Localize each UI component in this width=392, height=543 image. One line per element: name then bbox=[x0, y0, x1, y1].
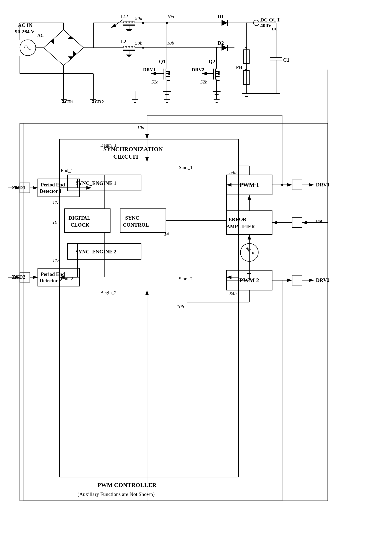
label-10b-top: 10b bbox=[167, 40, 174, 46]
label-54b: 54b bbox=[230, 291, 237, 296]
svg-text:D1: D1 bbox=[218, 14, 224, 19]
label-DRV2-output: DRV2 bbox=[316, 277, 329, 283]
label-FB-top: FB bbox=[236, 65, 242, 70]
drv2-output-box bbox=[292, 275, 302, 285]
svg-marker-54 bbox=[222, 20, 228, 26]
label-digital-clock-2: CLOCK bbox=[71, 222, 90, 228]
label-dc-out: DC OUT bbox=[260, 17, 280, 23]
label-error-amp-1: ERROR bbox=[229, 217, 246, 222]
label-vref-sub: REF bbox=[252, 251, 258, 255]
label-DRV2-top: DRV2 bbox=[192, 67, 204, 72]
fb-input-box bbox=[292, 218, 302, 228]
mosfet-Q1: Q1 bbox=[157, 48, 171, 95]
label-begin-2: Begin_2 bbox=[100, 290, 117, 295]
diode-D2: D2 bbox=[217, 40, 235, 51]
label-error-amp-2: AMPLIFIER bbox=[226, 224, 255, 229]
label-ZCD2-bottom: ZCD2 bbox=[12, 274, 25, 280]
label-50b: 50b bbox=[135, 40, 142, 46]
svg-text:Q2: Q2 bbox=[209, 59, 215, 64]
svg-marker-59 bbox=[222, 45, 228, 51]
pwm-controller-box bbox=[20, 123, 328, 501]
svg-text:D2: D2 bbox=[218, 40, 224, 46]
label-digital-clock-1: DIGITAL bbox=[68, 215, 91, 221]
svg-text:L2: L2 bbox=[120, 39, 126, 45]
label-ZCD1-bottom: ZCD1 bbox=[12, 185, 25, 190]
label-14: 14 bbox=[164, 231, 169, 237]
svg-point-116 bbox=[216, 47, 218, 49]
label-dc-voltage: 400V bbox=[260, 23, 272, 28]
label-pwm-controller-sub: (Auxiliary Functions are Not Shown) bbox=[78, 491, 155, 497]
svg-text:Q1: Q1 bbox=[159, 59, 166, 64]
label-ped2-line2: Detector 2 bbox=[40, 278, 62, 283]
svg-marker-12 bbox=[68, 57, 73, 59]
label-start-1: Start_1 bbox=[179, 165, 192, 170]
svg-point-69 bbox=[245, 68, 247, 71]
label-vac: AC bbox=[37, 33, 44, 38]
label-10b-bottom: 10b bbox=[177, 304, 184, 309]
label-FB-bottom: FB bbox=[316, 219, 322, 224]
label-start-2: Start_2 bbox=[179, 276, 192, 281]
label-C1: C1 bbox=[283, 57, 290, 63]
label-ped2-line1: Period End bbox=[41, 272, 65, 277]
svg-marker-15 bbox=[73, 51, 76, 57]
svg-marker-107 bbox=[216, 72, 219, 75]
label-16: 16 bbox=[52, 219, 57, 225]
svg-marker-91 bbox=[166, 72, 170, 75]
label-begin-1: Begin_1 bbox=[100, 142, 117, 148]
label-end-1: End_1 bbox=[61, 168, 73, 173]
label-ped1-line1: Period End bbox=[41, 182, 65, 187]
label-ZCD1-top: ZCD1 bbox=[62, 99, 74, 104]
label-sync-engine-1: SYNC_ENGINE 1 bbox=[75, 180, 117, 186]
label-sync-control-2: CONTROL bbox=[123, 222, 149, 228]
label-pwm-controller: PWM CONTROLLER bbox=[97, 481, 157, 488]
label-DRV1-top: DRV1 bbox=[143, 67, 156, 72]
svg-marker-4 bbox=[44, 30, 84, 66]
label-10a-top: 10a bbox=[167, 14, 174, 19]
drv1-output-box bbox=[292, 180, 302, 190]
svg-text:L1: L1 bbox=[120, 14, 126, 19]
label-sync-circuit-2: CIRCUIT bbox=[113, 153, 139, 160]
label-50a: 50a bbox=[135, 16, 142, 21]
svg-marker-6 bbox=[68, 36, 73, 39]
mosfet-Q2: Q2 bbox=[207, 48, 221, 95]
svg-line-3 bbox=[111, 19, 123, 28]
label-12a: 12a bbox=[52, 200, 60, 205]
label-52a: 52a bbox=[151, 79, 159, 85]
label-ZCD2-top: ZCD2 bbox=[91, 99, 104, 104]
label-54a: 54a bbox=[230, 170, 237, 175]
label-sync-engine-2: SYNC_ENGINE 2 bbox=[75, 249, 117, 255]
label-sync-control-1: SYNC bbox=[125, 215, 139, 221]
error-amplifier-box bbox=[226, 211, 272, 235]
svg-point-114 bbox=[166, 22, 168, 24]
label-vdc: DC bbox=[272, 27, 278, 31]
svg-marker-9 bbox=[51, 39, 54, 44]
label-ac-voltage: 90-264 V bbox=[15, 29, 34, 34]
label-ped1-line2: Detector 1 bbox=[40, 188, 62, 194]
svg-line-8 bbox=[44, 39, 54, 48]
sync-circuit-box bbox=[60, 139, 238, 477]
label-52b: 52b bbox=[200, 79, 207, 85]
diode-D1: D1 bbox=[217, 14, 235, 26]
svg-line-14 bbox=[73, 48, 84, 57]
label-12b: 12b bbox=[52, 258, 60, 263]
main-diagram: 2 AC IN 90-264 V AC bbox=[8, 8, 384, 535]
label-DRV1-output: DRV1 bbox=[316, 182, 329, 188]
label-10a-bottom: 10a bbox=[137, 125, 144, 130]
